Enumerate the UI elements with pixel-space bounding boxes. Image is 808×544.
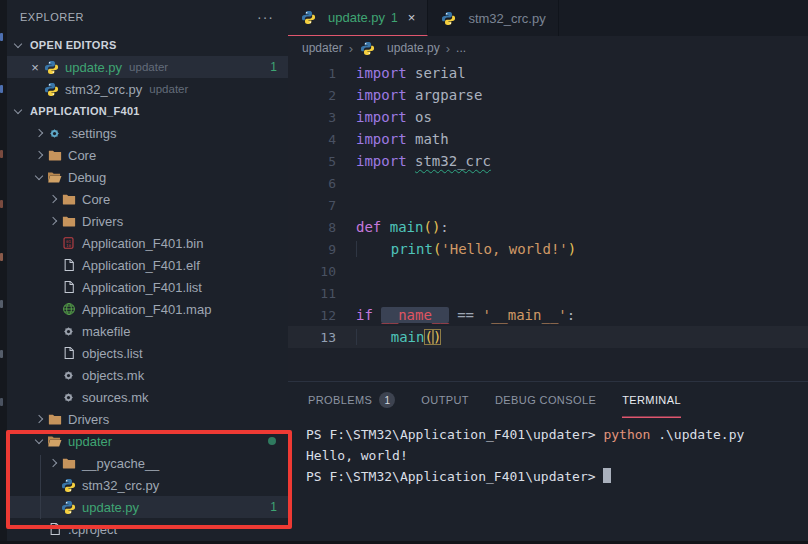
chevron-glyph <box>48 217 56 225</box>
open-editor-item[interactable]: stm32_crc.pyupdater <box>7 78 288 100</box>
line-number: 4 <box>288 132 356 147</box>
chevron-right-icon[interactable] <box>33 152 46 158</box>
line-number: 13 <box>288 330 356 345</box>
code-line-1[interactable]: 1import serial <box>288 62 808 84</box>
code-view[interactable]: 1import serial2import argparse3import os… <box>288 62 808 348</box>
tab-label: stm32_crc.py <box>468 11 545 26</box>
line-number: 10 <box>288 264 356 279</box>
close-icon[interactable]: × <box>408 10 416 25</box>
workspace-header[interactable]: APPLICATION_F401 <box>7 100 288 122</box>
breadcrumb-item[interactable]: update.py <box>387 41 440 55</box>
code-line-12[interactable]: 12if __name__ == '__main__': <box>288 304 808 326</box>
gear-gray-icon <box>60 367 77 383</box>
code-text: if __name__ == '__main__': <box>356 307 575 323</box>
terminal[interactable]: PS F:\STM32\Application_F401\updater> py… <box>288 418 808 487</box>
tree-item-core[interactable]: Core <box>7 188 288 210</box>
line-number: 6 <box>288 176 356 191</box>
panel-tab-terminal[interactable]: TERMINAL <box>622 382 681 418</box>
line-number: 3 <box>288 110 356 125</box>
tab-label: update.py <box>328 10 385 25</box>
code-line-10[interactable]: 10 <box>288 260 808 282</box>
line-number: 7 <box>288 198 356 213</box>
tree-item-application-f401-elf[interactable]: Application_F401.elf <box>7 254 288 276</box>
problems-badge: 1 <box>270 500 277 514</box>
breadcrumb[interactable]: updater›update.py›... <box>288 36 808 60</box>
code-text: print('Hello, world!') <box>356 241 576 257</box>
code-text: def main(): <box>356 219 449 235</box>
code-line-3[interactable]: 3import os <box>288 106 808 128</box>
chevron-down-icon[interactable] <box>33 439 46 443</box>
chevron-right-icon[interactable] <box>33 416 46 422</box>
panel-tab-problems[interactable]: PROBLEMS1 <box>308 382 395 418</box>
python-icon <box>43 81 60 97</box>
tree-item-application-f401-map[interactable]: Application_F401.map <box>7 298 288 320</box>
tree-item-sources-mk[interactable]: sources.mk <box>7 386 288 408</box>
tree-item-objects-mk[interactable]: objects.mk <box>7 364 288 386</box>
explorer-sidebar: EXPLORER ··· OPEN EDITORS ×update.pyupda… <box>7 0 289 544</box>
binary-icon: 0110 <box>60 235 77 251</box>
tab-stm32-crc-py[interactable]: stm32_crc.py <box>428 0 558 36</box>
tab-update-py[interactable]: update.py1× <box>288 0 428 36</box>
file-name: objects.mk <box>82 368 144 383</box>
panel-tab-output[interactable]: OUTPUT <box>421 382 469 418</box>
breadcrumb-item[interactable]: updater <box>302 41 343 55</box>
tree-item-application-f401-bin[interactable]: 0110Application_F401.bin <box>7 232 288 254</box>
tree-item-application-f401-list[interactable]: Application_F401.list <box>7 276 288 298</box>
code-text: import os <box>356 109 432 125</box>
tree-item--cproject[interactable]: .cproject <box>7 518 288 540</box>
modified-dot <box>268 437 276 445</box>
tree-item-update-py[interactable]: update.py1 <box>7 496 288 518</box>
chevron-right-icon[interactable] <box>47 460 60 466</box>
tree-item-stm32-crc-py[interactable]: stm32_crc.py <box>7 474 288 496</box>
folder-open-icon <box>46 169 63 185</box>
tree-item-updater[interactable]: updater <box>7 430 288 452</box>
chevron-right-icon[interactable] <box>47 218 60 224</box>
code-line-8[interactable]: 8def main(): <box>288 216 808 238</box>
tree-item-objects-list[interactable]: objects.list <box>7 342 288 364</box>
chevron-glyph <box>34 436 42 444</box>
open-editors-header[interactable]: OPEN EDITORS <box>7 34 288 56</box>
tree-item-drivers[interactable]: Drivers <box>7 408 288 430</box>
more-actions-icon[interactable]: ··· <box>257 9 274 25</box>
chevron-right-icon[interactable] <box>47 196 60 202</box>
open-editor-item[interactable]: ×update.pyupdater1 <box>7 56 288 78</box>
file-name: objects.list <box>82 346 143 361</box>
tree-item--settings[interactable]: .settings <box>7 122 288 144</box>
tree-item-drivers[interactable]: Drivers <box>7 210 288 232</box>
chevron-right-icon[interactable] <box>33 130 46 136</box>
file-name: Drivers <box>82 214 123 229</box>
code-line-9[interactable]: 9 print('Hello, world!') <box>288 238 808 260</box>
code-text: import math <box>356 131 449 147</box>
python-icon <box>43 59 60 75</box>
line-number: 5 <box>288 154 356 169</box>
folder-icon <box>46 147 63 163</box>
tree-item-makefile[interactable]: makefile <box>7 320 288 342</box>
chevron-glyph <box>48 195 56 203</box>
file-name: Core <box>82 192 110 207</box>
chevron-glyph <box>34 151 42 159</box>
file-name: update.py <box>65 60 122 75</box>
code-line-2[interactable]: 2import argparse <box>288 84 808 106</box>
chevron-down-icon[interactable] <box>33 175 46 179</box>
terminal-cursor <box>603 468 611 483</box>
tree-item--pycache-[interactable]: __pycache__ <box>7 452 288 474</box>
line-number: 9 <box>288 242 356 257</box>
code-line-5[interactable]: 5import stm32_crc <box>288 150 808 172</box>
python-icon <box>60 477 77 493</box>
tree-item-debug[interactable]: Debug <box>7 166 288 188</box>
chevron-glyph <box>34 415 42 423</box>
tree-item-core[interactable]: Core <box>7 144 288 166</box>
code-line-13[interactable]: 13 main() <box>288 326 808 348</box>
file-name: stm32_crc.py <box>82 478 159 493</box>
breadcrumb-separator-icon: › <box>349 41 353 56</box>
open-editors-list: ×update.pyupdater1 stm32_crc.pyupdater <box>7 56 288 100</box>
close-icon[interactable]: × <box>27 60 43 75</box>
folder-icon <box>46 411 63 427</box>
code-line-4[interactable]: 4import math <box>288 128 808 150</box>
code-line-6[interactable]: 6 <box>288 172 808 194</box>
code-line-7[interactable]: 7 <box>288 194 808 216</box>
code-line-11[interactable]: 11 <box>288 282 808 304</box>
line-number: 8 <box>288 220 356 235</box>
panel-tab-debug-console[interactable]: DEBUG CONSOLE <box>495 382 596 418</box>
breadcrumb-item[interactable]: ... <box>456 41 466 55</box>
